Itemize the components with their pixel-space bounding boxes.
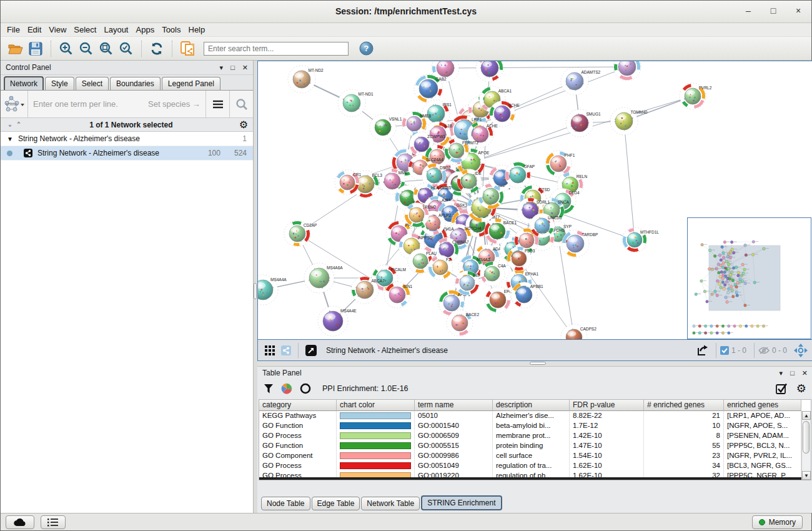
- network-node[interactable]: APBB1: [511, 282, 543, 308]
- network-node[interactable]: MEF2C: [476, 61, 510, 82]
- donut-chart-icon[interactable]: [300, 383, 311, 394]
- save-session-button[interactable]: [27, 40, 44, 57]
- network-node[interactable]: ABCA7: [351, 276, 385, 304]
- panel-float-icon[interactable]: □: [230, 64, 235, 72]
- open-in-browser-icon[interactable]: [304, 342, 319, 359]
- column-header[interactable]: description: [493, 400, 570, 411]
- cloud-tasks-button[interactable]: [6, 515, 34, 529]
- table-row[interactable]: GO FunctionGO:0005515protein binding1.47…: [259, 441, 801, 451]
- memory-button[interactable]: Memory: [752, 515, 803, 529]
- network-node[interactable]: MT-ND2: [288, 66, 324, 93]
- network-node[interactable]: MT-ND1: [338, 89, 374, 117]
- splitter-handle[interactable]: [530, 362, 546, 365]
- network-node[interactable]: GAB2: [414, 74, 447, 103]
- menu-view[interactable]: View: [49, 24, 71, 36]
- search-input[interactable]: [204, 42, 349, 56]
- tab-legend-panel[interactable]: Legend Panel: [162, 77, 220, 90]
- minimize-button[interactable]: –: [744, 6, 753, 16]
- horizontal-splitter[interactable]: [257, 361, 812, 366]
- table-row[interactable]: GO ProcessGO:0019220regulation of ph...1…: [259, 471, 801, 477]
- network-node[interactable]: CASS4: [613, 61, 647, 81]
- refresh-button[interactable]: [148, 40, 166, 57]
- network-node[interactable]: SMUG1: [566, 109, 601, 137]
- collapse-all-icon[interactable]: ⌄⌄: [6, 123, 14, 126]
- network-collection-row[interactable]: ▼ String Network - Alzheimer's disease 1: [1, 132, 253, 146]
- splitter-handle[interactable]: [254, 283, 257, 299]
- table-row[interactable]: KEGG Pathways05010Alzheimer's dise...8.8…: [259, 411, 801, 421]
- tab-network[interactable]: Network: [4, 76, 44, 90]
- filter-icon[interactable]: [264, 384, 274, 394]
- column-header[interactable]: term name: [415, 400, 493, 411]
- birds-eye-view[interactable]: [687, 217, 811, 339]
- network-node[interactable]: VSNL1: [370, 114, 402, 141]
- network-row[interactable]: String Network - Alzheimer's disease 100…: [1, 146, 253, 161]
- string-logo-dropdown[interactable]: STRING: [1, 91, 28, 117]
- tab-select[interactable]: Select: [76, 77, 109, 90]
- tab-string-enrichment[interactable]: STRING Enrichment: [421, 495, 502, 510]
- table-row[interactable]: GO ProcessGO:0006509membrane prot...1.42…: [259, 431, 801, 441]
- menu-layout[interactable]: Layout: [104, 24, 133, 36]
- table-row[interactable]: GO FunctionGO:0001540beta-amyloid bi...1…: [259, 421, 801, 431]
- scroll-down-icon[interactable]: ▼: [802, 471, 811, 480]
- network-node[interactable]: MTHFD1L: [622, 227, 659, 252]
- menu-apps[interactable]: Apps: [136, 24, 160, 36]
- panel-float-icon[interactable]: □: [790, 369, 795, 377]
- navigator-icon[interactable]: [793, 343, 808, 358]
- set-species-link[interactable]: Set species →: [148, 99, 201, 109]
- column-header[interactable]: category: [259, 400, 337, 411]
- export-network-icon[interactable]: [693, 342, 711, 359]
- network-canvas[interactable]: MT-ND2MT-ND1VSNL1PTK2BMEF2CGAB2IRS1NCSTN…: [258, 61, 812, 339]
- column-header[interactable]: # enriched genes: [644, 400, 724, 411]
- tab-node-table[interactable]: Node Table: [261, 497, 310, 510]
- zoom-selected-button[interactable]: [117, 40, 135, 57]
- panel-close-icon[interactable]: ✕: [242, 64, 248, 72]
- open-session-button[interactable]: [7, 40, 24, 57]
- hidden-eye-icon[interactable]: [758, 346, 770, 355]
- table-row[interactable]: GO ProcessGO:0051049regulation of tra...…: [259, 461, 801, 471]
- network-panel-gear-icon[interactable]: ⚙: [239, 120, 248, 130]
- selected-checkbox-icon[interactable]: [720, 346, 729, 355]
- network-node[interactable]: TARDBP: [562, 230, 598, 257]
- network-node[interactable]: ADAMTS2: [561, 67, 601, 95]
- panel-menu-icon[interactable]: ▾: [220, 64, 224, 72]
- network-node[interactable]: PVRL2: [680, 83, 712, 109]
- network-node[interactable]: BIN1: [384, 282, 413, 308]
- panel-menu-icon[interactable]: ▾: [780, 369, 783, 377]
- table-row[interactable]: GO ComponentGO:0009986cell surface1.54E-…: [259, 451, 801, 461]
- tab-boundaries[interactable]: Boundaries: [110, 77, 161, 90]
- expand-all-icon[interactable]: ⌃⌃: [14, 123, 23, 126]
- column-header[interactable]: chart color: [337, 400, 415, 411]
- menu-select[interactable]: Select: [74, 24, 101, 36]
- tab-edge-table[interactable]: Edge Table: [312, 497, 360, 510]
- network-node[interactable]: TOMM40: [610, 107, 648, 135]
- zoom-out-button[interactable]: [77, 40, 95, 57]
- zoom-in-button[interactable]: [57, 40, 75, 57]
- zoom-fit-button[interactable]: [97, 40, 115, 57]
- scrollbar-thumb[interactable]: [803, 421, 810, 454]
- network-node[interactable]: MS4A4E: [318, 306, 357, 336]
- menu-edit[interactable]: Edit: [27, 24, 46, 36]
- close-button[interactable]: ×: [794, 6, 803, 16]
- maximize-button[interactable]: □: [769, 6, 778, 16]
- string-query-input[interactable]: [33, 99, 139, 109]
- pie-chart-icon[interactable]: [281, 383, 292, 394]
- network-node[interactable]: BCHE: [489, 101, 520, 127]
- column-header[interactable]: enriched genes: [724, 400, 801, 411]
- menu-file[interactable]: File: [7, 24, 25, 36]
- network-from-file-button[interactable]: [179, 40, 196, 57]
- select-terms-checkbox-icon[interactable]: [776, 383, 788, 395]
- string-search-icon[interactable]: [229, 91, 253, 117]
- network-node[interactable]: MME: [379, 168, 408, 194]
- task-history-button[interactable]: [41, 515, 66, 529]
- scroll-up-icon[interactable]: ▲: [802, 411, 811, 420]
- network-node[interactable]: MS4A4A: [258, 275, 287, 305]
- menu-tools[interactable]: Tools: [162, 24, 186, 36]
- column-header[interactable]: FDR p-value: [570, 400, 644, 411]
- panel-close-icon[interactable]: ✕: [802, 369, 808, 377]
- tab-style[interactable]: Style: [45, 77, 74, 90]
- tab-network-table[interactable]: Network Table: [361, 497, 420, 510]
- vertical-scrollbar[interactable]: ▲ ▼: [801, 411, 811, 480]
- horizontal-scrollbar[interactable]: [259, 477, 801, 480]
- string-options-menu-icon[interactable]: [205, 91, 229, 117]
- enrichment-settings-gear-icon[interactable]: ⚙: [796, 383, 806, 394]
